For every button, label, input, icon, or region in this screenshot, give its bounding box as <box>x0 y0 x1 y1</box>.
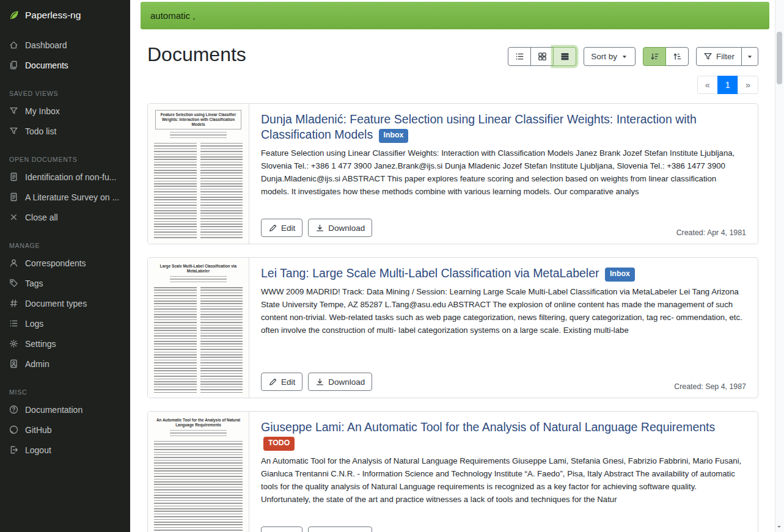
sidebar-item-logout[interactable]: Logout <box>0 440 130 460</box>
thumbnail-authors <box>170 132 227 139</box>
sidebar-section: SAVED VIEWS My Inbox Todo list <box>0 90 130 141</box>
page-header: Documents Sort by Filter <box>147 40 758 66</box>
sort-direction-group <box>643 47 689 66</box>
sidebar-item-label: Admin <box>25 359 49 369</box>
sidebar-item-github[interactable]: GitHub <box>0 420 130 440</box>
sort-by-button[interactable]: Sort by <box>584 47 636 66</box>
sort-up-button[interactable] <box>665 47 689 66</box>
github-icon <box>9 425 18 434</box>
sort-down-button[interactable] <box>643 47 666 66</box>
sidebar-item-settings[interactable]: Settings <box>0 333 130 354</box>
sidebar-item-label: Documents <box>25 60 68 70</box>
sidebar-item-dashboard[interactable]: Dashboard <box>0 35 130 55</box>
document-title[interactable]: Lei Tang: Large Scale Multi-Label Classi… <box>261 266 746 282</box>
person-badge-icon <box>9 359 18 368</box>
tag-badge[interactable]: TODO <box>263 437 295 451</box>
sidebar-item-label: A Literature Survey on ... <box>25 192 119 202</box>
list-view-icon <box>515 52 524 61</box>
sidebar-item-logs[interactable]: Logs <box>0 313 130 333</box>
download-icon <box>315 224 324 233</box>
scrollbar-down-arrow-icon[interactable] <box>777 526 781 530</box>
document-list: Feature Selection using Linear Classifie… <box>147 103 758 532</box>
pagination: « 1 » <box>697 76 758 94</box>
pagination-next[interactable]: » <box>738 76 758 94</box>
pencil-icon <box>268 224 277 233</box>
main-content: Documents Sort by Filter « 1 » <box>130 31 775 532</box>
thumbnail-text <box>154 441 243 532</box>
document-thumbnail[interactable]: Feature Selection using Linear Classifie… <box>148 104 249 244</box>
pagination-page-1[interactable]: 1 <box>717 76 738 94</box>
sidebar-item-label: Documentation <box>25 405 82 415</box>
sidebar-item-tags[interactable]: Tags <box>0 273 130 293</box>
document-title[interactable]: Giuseppe Lami: An Automatic Tool for the… <box>261 420 746 451</box>
edit-button[interactable]: Edit <box>261 373 302 391</box>
document-card-body: Giuseppe Lami: An Automatic Tool for the… <box>249 412 758 532</box>
gear-icon <box>9 339 18 348</box>
filter-button[interactable]: Filter <box>696 47 742 66</box>
sidebar-item-documentation[interactable]: Documentation <box>0 399 130 420</box>
sidebar-item-a-literature-survey-on[interactable]: A Literature Survey on ... <box>0 187 130 207</box>
view-toggle-group <box>508 47 576 66</box>
scrollbar-thumb[interactable] <box>777 32 782 84</box>
document-card-body: Lei Tang: Large Scale Multi-Label Classi… <box>249 258 758 398</box>
tag-badge[interactable]: Inbox <box>605 268 635 282</box>
scrollbar[interactable] <box>775 0 784 532</box>
document-card: An Automatic Tool for the Analysis of Na… <box>147 411 758 532</box>
list-icon <box>9 319 18 328</box>
funnel-icon <box>9 126 18 136</box>
sidebar-nav: Dashboard Documents SAVED VIEWS My Inbox… <box>0 30 130 465</box>
sidebar: Paperless-ng Dashboard Documents SAVED V… <box>0 0 130 532</box>
toolbar: Sort by Filter <box>508 47 758 66</box>
document-thumbnail[interactable]: Large Scale Multi-Label Classification v… <box>148 258 249 398</box>
app-brand[interactable]: Paperless-ng <box>0 0 130 30</box>
sidebar-section: MANAGE Correspondents Tags Document type… <box>0 242 130 374</box>
details-view-button[interactable] <box>553 47 576 66</box>
search-input[interactable] <box>141 2 769 29</box>
leaf-icon <box>9 10 20 21</box>
sidebar-item-label: Logs <box>25 319 43 329</box>
funnel-icon <box>703 52 713 61</box>
sidebar-section-title: MISC <box>9 388 121 396</box>
download-button[interactable]: Download <box>308 527 372 532</box>
pagination-prev[interactable]: « <box>697 76 718 94</box>
thumbnail-title: An Automatic Tool for the Analysis of Na… <box>155 418 241 428</box>
sort-up-icon <box>673 52 682 61</box>
sidebar-item-todo-list[interactable]: Todo list <box>0 121 130 141</box>
file-text-icon <box>9 172 18 181</box>
tag-badge[interactable]: Inbox <box>379 129 409 143</box>
sidebar-item-label: Settings <box>25 339 56 349</box>
sidebar-item-label: Close all <box>25 213 58 222</box>
document-excerpt: An Automatic Tool for the Analysis of Na… <box>261 454 746 521</box>
sidebar-item-close-all[interactable]: Close all <box>0 207 130 227</box>
sidebar-item-correspondents[interactable]: Correspondents <box>0 253 130 273</box>
hash-icon <box>9 299 18 308</box>
caret-down-icon <box>746 53 753 60</box>
created-date: Created: Apr 4, 1981 <box>676 228 746 237</box>
pagination-row: « 1 » <box>147 76 758 94</box>
document-title[interactable]: Dunja Mladenić: Feature Selection using … <box>261 112 746 143</box>
page-title: Documents <box>147 43 246 66</box>
filter-dropdown-button[interactable] <box>741 47 758 66</box>
edit-button[interactable]: Edit <box>261 527 302 532</box>
brand-name: Paperless-ng <box>25 10 81 21</box>
sidebar-item-admin[interactable]: Admin <box>0 354 130 374</box>
sidebar-item-label: Document types <box>25 299 87 308</box>
sidebar-item-identification-of-non-fu[interactable]: Identification of non-fu... <box>0 167 130 187</box>
files-icon <box>9 60 18 70</box>
pencil-icon <box>268 377 277 387</box>
grid-view-button[interactable] <box>530 47 554 66</box>
sidebar-item-label: Correspondents <box>25 258 86 268</box>
download-button[interactable]: Download <box>308 373 372 391</box>
sidebar-item-documents[interactable]: Documents <box>0 55 130 75</box>
sidebar-item-my-inbox[interactable]: My Inbox <box>0 101 130 121</box>
edit-button[interactable]: Edit <box>261 219 302 237</box>
sidebar-item-document-types[interactable]: Document types <box>0 293 130 313</box>
list-view-button[interactable] <box>508 47 531 66</box>
x-icon <box>9 213 18 222</box>
details-view-icon <box>560 52 570 61</box>
download-button[interactable]: Download <box>308 219 372 237</box>
thumbnail-text <box>154 287 243 393</box>
document-thumbnail[interactable]: An Automatic Tool for the Analysis of Na… <box>148 412 249 532</box>
tag-icon <box>9 279 18 288</box>
sidebar-item-label: Dashboard <box>25 40 67 50</box>
